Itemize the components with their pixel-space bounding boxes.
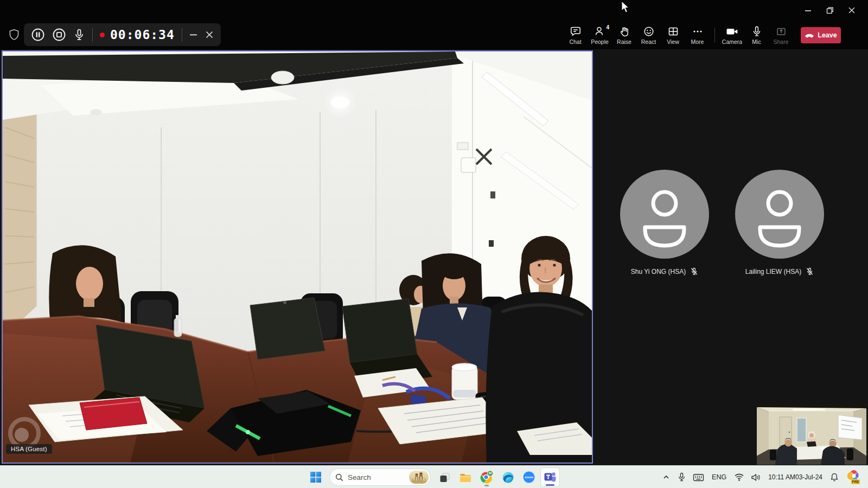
self-view-tile[interactable] bbox=[757, 404, 866, 465]
people-label: People bbox=[591, 39, 609, 44]
person-avatar-icon bbox=[735, 170, 824, 259]
recorder-divider-2 bbox=[182, 28, 182, 42]
copilot-preview-icon: PRE bbox=[846, 470, 862, 485]
minimize-icon bbox=[805, 7, 812, 14]
volume-button[interactable] bbox=[748, 468, 764, 486]
search-highlight-meerkats-image bbox=[409, 471, 429, 484]
camera-icon bbox=[726, 25, 738, 37]
meeting-toolbar: 00:06:34 Chat 4 bbox=[0, 21, 868, 49]
search-input[interactable] bbox=[347, 473, 406, 482]
edge-icon bbox=[501, 471, 515, 484]
participant-name: Shu Yi ONG (HSA) bbox=[631, 268, 686, 275]
window-close-button[interactable] bbox=[841, 0, 863, 21]
more-button[interactable]: More bbox=[685, 22, 710, 49]
camera-label: Camera bbox=[722, 39, 742, 44]
wifi-icon bbox=[734, 473, 744, 481]
search-icon bbox=[335, 473, 343, 481]
taskbar: M zoom bbox=[0, 465, 868, 488]
tray-date: 03-Jul-24 bbox=[795, 473, 822, 481]
start-button[interactable] bbox=[306, 467, 326, 487]
chat-label: Chat bbox=[569, 39, 581, 44]
tray-time: 10:11 AM bbox=[768, 473, 795, 481]
language-indicator[interactable]: ENG bbox=[708, 468, 730, 486]
edge-button[interactable] bbox=[498, 467, 518, 487]
view-label: View bbox=[667, 39, 679, 44]
screen: 00:06:34 Chat 4 bbox=[0, 0, 868, 488]
person-avatar-icon bbox=[620, 170, 709, 259]
avatar bbox=[735, 170, 824, 259]
shield-icon bbox=[8, 28, 21, 42]
call-controls: Chat 4 People Raise bbox=[563, 21, 841, 49]
touch-keyboard-icon bbox=[693, 473, 704, 482]
recording-timer: 00:06:34 bbox=[110, 28, 175, 42]
chrome-button[interactable]: M bbox=[477, 467, 496, 487]
recording-dot bbox=[100, 33, 105, 37]
taskbar-search[interactable] bbox=[329, 468, 431, 486]
camera-button[interactable]: Camera bbox=[720, 22, 744, 49]
recorder-minimize-button[interactable] bbox=[189, 30, 198, 39]
chevron-up-icon bbox=[662, 473, 671, 481]
tray-chevron-button[interactable] bbox=[659, 468, 673, 486]
window-restore-button[interactable] bbox=[819, 0, 841, 21]
smiley-icon bbox=[643, 25, 655, 37]
raise-hand-button[interactable]: Raise bbox=[612, 22, 636, 49]
share-icon bbox=[775, 25, 787, 37]
people-icon bbox=[594, 25, 606, 37]
participant-tile-shu-yi-ong[interactable]: Shu Yi ONG (HSA) bbox=[610, 170, 719, 276]
leave-button[interactable]: Leave bbox=[801, 27, 841, 43]
mic-button[interactable]: Mic bbox=[744, 22, 769, 49]
chrome-running-indicator bbox=[484, 485, 489, 486]
zoom-app-label: zoom bbox=[525, 475, 534, 479]
chrome-profile-badge: M bbox=[489, 471, 492, 475]
mic-label: Mic bbox=[752, 39, 761, 44]
chat-button[interactable]: Chat bbox=[563, 22, 588, 49]
restore-icon bbox=[826, 7, 834, 14]
taskbar-center: M zoom bbox=[306, 466, 560, 488]
mic-muted-icon bbox=[690, 267, 698, 276]
participant-name: Lailing LIEW (HSA) bbox=[745, 268, 801, 275]
self-view-video bbox=[757, 404, 866, 465]
more-ellipsis-icon bbox=[692, 25, 704, 37]
close-icon bbox=[848, 7, 856, 14]
zoom-app-button[interactable]: zoom bbox=[519, 467, 539, 487]
recorder-close-button[interactable] bbox=[205, 30, 214, 39]
touch-keyboard-button[interactable] bbox=[690, 468, 707, 486]
zoom-app-icon: zoom bbox=[522, 470, 536, 484]
main-video-tile[interactable]: HSA (Guest) bbox=[2, 50, 593, 464]
microphone-icon bbox=[73, 28, 85, 41]
notifications-button[interactable] bbox=[827, 468, 842, 486]
window-minimize-button[interactable] bbox=[797, 0, 819, 21]
stop-recording-button[interactable] bbox=[52, 28, 66, 42]
window-titlebar bbox=[0, 0, 868, 21]
recorder-mic-button[interactable] bbox=[73, 28, 85, 41]
mic-muted-icon bbox=[806, 267, 814, 276]
wifi-button[interactable] bbox=[731, 468, 747, 486]
stop-icon bbox=[52, 28, 66, 42]
avatar bbox=[620, 170, 709, 259]
teams-button[interactable] bbox=[540, 467, 560, 487]
react-button[interactable]: React bbox=[636, 22, 661, 49]
copilot-preview-button[interactable]: PRE bbox=[843, 468, 865, 486]
file-explorer-button[interactable] bbox=[456, 467, 475, 487]
share-label: Share bbox=[773, 39, 788, 44]
bell-icon bbox=[829, 472, 839, 482]
pause-icon bbox=[31, 28, 45, 42]
view-button[interactable]: View bbox=[661, 22, 685, 49]
window-controls bbox=[797, 0, 863, 21]
tray-clock[interactable]: 10:11 AM 03-Jul-24 bbox=[765, 468, 826, 486]
teams-icon bbox=[543, 470, 557, 484]
share-button[interactable]: Share bbox=[769, 22, 793, 49]
tray-mic-button[interactable] bbox=[674, 468, 689, 486]
recorder-divider bbox=[92, 28, 93, 42]
pause-recording-button[interactable] bbox=[31, 28, 45, 42]
raise-label: Raise bbox=[617, 39, 631, 44]
chrome-icon: M bbox=[480, 470, 494, 484]
preview-badge-label: PRE bbox=[852, 480, 859, 484]
file-explorer-icon bbox=[459, 471, 472, 484]
people-button[interactable]: 4 People bbox=[588, 22, 612, 49]
system-tray: ENG 10:11 AM 03-Jul-24 bbox=[659, 466, 865, 488]
leave-label: Leave bbox=[818, 31, 837, 39]
recording-widget: 00:06:34 bbox=[24, 23, 221, 46]
participant-tile-lailing-liew[interactable]: Lailing LIEW (HSA) bbox=[725, 170, 834, 276]
task-view-button[interactable] bbox=[435, 467, 454, 487]
